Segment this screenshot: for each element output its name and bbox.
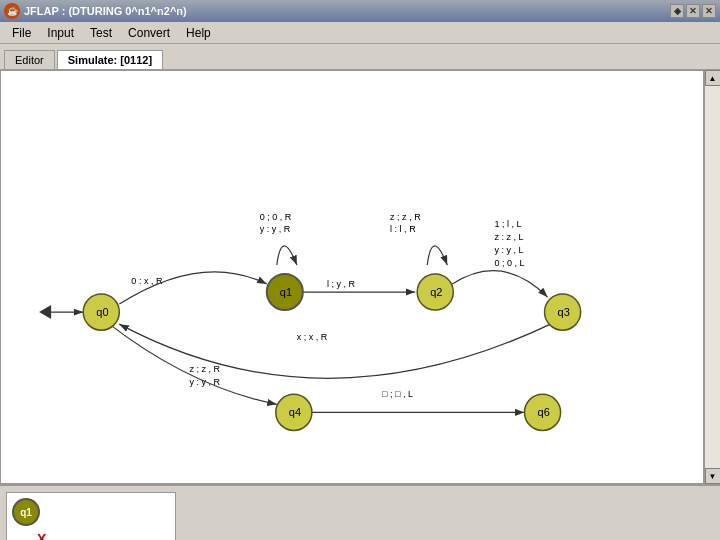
edge-q3-q0 [119, 324, 550, 378]
menu-input[interactable]: Input [39, 24, 82, 42]
tab-bar: Editor Simulate: [0112] [0, 44, 720, 70]
menu-test[interactable]: Test [82, 24, 120, 42]
state-q4-label: q4 [289, 406, 301, 418]
edge-label-q0q1: 0 : x , R [131, 276, 163, 286]
edge-label-xR: x ; x , R [297, 332, 328, 342]
sim-state-box: q1 X □ □ □ □ □ 1 1 2 □ □ □ [6, 492, 176, 540]
edge-label-q2q3-3: y : y , L [494, 245, 523, 255]
edge-q2-self [427, 246, 447, 265]
main-content: 0 : x , R 0 ; 0 , R y : y , R l ; y , R … [0, 70, 720, 484]
tab-editor[interactable]: Editor [4, 50, 55, 69]
minimize-button[interactable]: ◆ [670, 4, 684, 18]
edge-q2-q3 [452, 271, 547, 297]
edge-label-q2q3-1: 1 ; l , L [494, 219, 521, 229]
scroll-down-button[interactable]: ▼ [705, 468, 721, 484]
edge-label-q2q3-4: 0 ; 0 , L [494, 258, 524, 268]
scroll-track [705, 86, 720, 468]
turing-diagram: 0 : x , R 0 ; 0 , R y : y , R l ; y , R … [1, 71, 703, 483]
vertical-scrollbar[interactable]: ▲ ▼ [704, 70, 720, 484]
edge-label-q1self-2: y : y , R [260, 224, 291, 234]
window-controls[interactable]: ◆ ✕ ✕ [670, 4, 716, 18]
diagram-canvas: 0 : x , R 0 ; 0 , R y : y , R l ; y , R … [0, 70, 704, 484]
scroll-up-button[interactable]: ▲ [705, 70, 721, 86]
menu-help[interactable]: Help [178, 24, 219, 42]
menu-bar: File Input Test Convert Help [0, 22, 720, 44]
state-q3-label: q3 [558, 306, 570, 318]
edge-label-q2self-2: l : l , R [390, 224, 416, 234]
app-icon: ☕ [4, 3, 20, 19]
maximize-button[interactable]: ✕ [686, 4, 700, 18]
edge-label-q0q4-1: z ; z , R [190, 364, 221, 374]
edge-label-q1self-1: 0 ; 0 , R [260, 212, 292, 222]
state-q2-label: q2 [430, 286, 442, 298]
edge-label-q2self-1: z ; z , R [390, 212, 421, 222]
window-title: JFLAP : (DTURING 0^n1^n2^n) [24, 5, 187, 17]
close-button[interactable]: ✕ [702, 4, 716, 18]
sim-current-state: q1 [12, 498, 40, 526]
menu-file[interactable]: File [4, 24, 39, 42]
tab-simulate[interactable]: Simulate: [0112] [57, 50, 163, 69]
svg-marker-2 [39, 305, 51, 319]
state-q1-label: q1 [280, 286, 292, 298]
state-q6-label: q6 [538, 406, 550, 418]
edge-label-q1q2: l ; y , R [327, 279, 356, 289]
edge-label-q2q3-2: z : z , L [494, 232, 523, 242]
sim-tape-marker: X [37, 531, 46, 540]
simulation-panel: q1 X □ □ □ □ □ 1 1 2 □ □ □ [0, 484, 720, 540]
menu-convert[interactable]: Convert [120, 24, 178, 42]
edge-q1-self [277, 246, 297, 265]
title-bar: ☕ JFLAP : (DTURING 0^n1^n2^n) ◆ ✕ ✕ [0, 0, 720, 22]
state-q0-label: q0 [96, 306, 108, 318]
edge-label-q4q6: □ ; □ , L [382, 389, 413, 399]
